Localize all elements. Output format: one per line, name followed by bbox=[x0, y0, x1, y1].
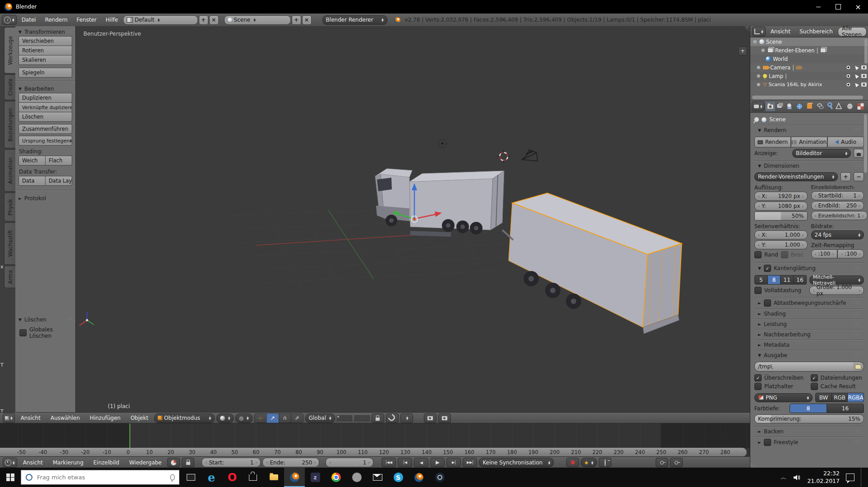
chrome-taskbar-button[interactable] bbox=[326, 468, 346, 487]
frame-start-field[interactable]: ‹ Start: 1 › bbox=[202, 458, 261, 467]
mode-selector[interactable]: Objektmodus ▲▼ bbox=[154, 413, 215, 423]
outliner-menu-ansicht[interactable]: Ansicht bbox=[767, 28, 795, 35]
speaker-icon[interactable] bbox=[793, 474, 801, 481]
cache-result-checkbox-row[interactable]: Cache Result bbox=[811, 383, 864, 390]
region-resize-grip[interactable] bbox=[750, 461, 757, 468]
insert-key-button[interactable] bbox=[656, 458, 668, 467]
ueberschreiben-checkbox-row[interactable]: ✓Überschreiben bbox=[754, 374, 808, 381]
manipulator-scale-button[interactable]: ⇗ bbox=[291, 413, 303, 423]
pin-icon[interactable] bbox=[753, 116, 760, 123]
renderability-camera-icon[interactable] bbox=[861, 83, 867, 87]
properties-tab-icons[interactable] bbox=[765, 101, 867, 111]
decrement-arrow-icon[interactable]: ‹ bbox=[329, 460, 331, 465]
jump-prev-keyframe-button[interactable]: |◀ bbox=[398, 458, 412, 467]
checkbox-checked[interactable]: ✓ bbox=[764, 265, 771, 272]
pivot-selector[interactable]: ◎ ▲▼ bbox=[235, 413, 252, 423]
render-audio-button[interactable]: Audio bbox=[827, 137, 864, 147]
tab-wachsstift[interactable]: Wachsstift bbox=[4, 222, 16, 265]
steam-taskbar-button[interactable] bbox=[429, 468, 450, 487]
end-frame-field[interactable]: ‹Endbild: 250› bbox=[811, 201, 864, 210]
color-depth-8-button[interactable]: 8 bbox=[790, 404, 827, 413]
browse-output-button[interactable] bbox=[853, 362, 864, 372]
transform-orientation-selector[interactable]: Global ▲▼ bbox=[305, 413, 335, 423]
increment-arrow-icon[interactable]: › bbox=[255, 460, 257, 465]
section-metadata[interactable]: ► Metadata ········ bbox=[754, 340, 864, 350]
skype-taskbar-button[interactable]: S bbox=[388, 468, 409, 487]
renderability-camera-icon[interactable] bbox=[861, 65, 867, 69]
properties-vertical-scrollbar[interactable] bbox=[864, 114, 867, 173]
rand-checkbox-row[interactable]: Rand bbox=[754, 251, 778, 258]
tab-animation[interactable]: Animation bbox=[4, 149, 16, 192]
play-reverse-button[interactable]: ◀ bbox=[414, 458, 428, 467]
taskbar-clock[interactable]: 22:32 21.02.2017 bbox=[807, 470, 840, 485]
section-leistung[interactable]: ► Leistung ········ bbox=[754, 319, 864, 329]
file-explorer-taskbar-button[interactable] bbox=[263, 468, 284, 487]
resolution-percentage-slider[interactable]: 50% bbox=[754, 211, 808, 221]
weich-button[interactable]: Weich bbox=[18, 156, 46, 165]
menu-auswaehlen[interactable]: Auswählen bbox=[46, 415, 84, 421]
timeline-editor[interactable]: -50-40-30-20-100102030405060708090100110… bbox=[0, 423, 750, 457]
show-seconds-button[interactable] bbox=[167, 458, 180, 467]
delete-layout-button[interactable]: × bbox=[209, 15, 219, 25]
verknuepfte-duplizieren-button[interactable]: Verknüpfte duplizieren bbox=[18, 102, 72, 112]
add-scene-button[interactable]: + bbox=[292, 15, 301, 25]
aa-samples-16-button[interactable]: 16 bbox=[794, 275, 807, 285]
snap-element-dropdown[interactable]: ▲▼ bbox=[400, 413, 413, 423]
expand-toggle-icon[interactable]: ⊕ bbox=[756, 82, 761, 87]
minimize-button[interactable] bbox=[808, 0, 828, 14]
outliner-row-camera[interactable]: ⊕ Camera | bbox=[750, 63, 868, 72]
checkbox-unchecked[interactable] bbox=[754, 251, 762, 258]
outliner-row-render-ebenen[interactable]: ⊕ Render-Ebenen | bbox=[750, 46, 868, 55]
checkbox-checked[interactable]: ✓ bbox=[811, 374, 818, 381]
store-taskbar-button[interactable] bbox=[243, 468, 263, 487]
snap-button[interactable] bbox=[386, 413, 399, 423]
timeline-menu-wiedergabe[interactable]: Wiedergabe bbox=[125, 459, 165, 466]
manipulator-axes-button[interactable] bbox=[254, 413, 267, 423]
checkbox-unchecked[interactable] bbox=[754, 287, 762, 294]
spiegeln-button[interactable]: Spiegeln bbox=[18, 68, 72, 78]
increment-arrow-icon[interactable]: › bbox=[368, 460, 370, 465]
skalieren-button[interactable]: Skalieren bbox=[18, 55, 72, 65]
resolution-x-field[interactable]: ‹X: 1920 px› bbox=[754, 192, 808, 201]
delete-scene-button[interactable]: × bbox=[302, 15, 312, 25]
aa-samples-11-button[interactable]: 11 bbox=[781, 275, 794, 285]
lock-to-scene-button[interactable] bbox=[372, 413, 384, 423]
remap-old-field[interactable]: ‹:100› bbox=[811, 249, 838, 258]
section-kantenglaettung[interactable]: ▼ ✓ Kantenglättung ········ bbox=[754, 263, 864, 274]
increment-arrow-icon[interactable]: › bbox=[314, 460, 316, 465]
channels-bw-button[interactable]: BW bbox=[815, 393, 832, 402]
menu-ansicht[interactable]: Ansicht bbox=[17, 415, 45, 421]
outliner-vertical-scrollbar[interactable] bbox=[864, 39, 868, 64]
data-layout-button[interactable]: Data Layo bbox=[46, 176, 72, 186]
section-dimensionen[interactable]: ▼ Dimensionen ········ bbox=[754, 161, 864, 171]
platzhalter-checkbox-row[interactable]: Platzhalter bbox=[754, 383, 808, 390]
shading-selector[interactable]: ▲▼ bbox=[216, 413, 234, 423]
close-button[interactable]: × bbox=[848, 0, 868, 14]
menu-hilfe[interactable]: Hilfe bbox=[101, 17, 122, 23]
3d-viewport[interactable]: Benutzer-Perspektive (1) placi + bbox=[76, 26, 750, 412]
checkbox-unchecked[interactable] bbox=[811, 383, 818, 390]
checkbox-checked[interactable]: ✓ bbox=[754, 374, 762, 381]
verschieben-button[interactable]: Verschieben bbox=[18, 36, 72, 46]
start-frame-field[interactable]: ‹Startbild: 1› bbox=[811, 191, 864, 200]
aa-samples-8-button[interactable]: 8 bbox=[768, 275, 781, 285]
app-taskbar-button-gray[interactable] bbox=[346, 468, 367, 487]
render-button[interactable]: Rendern bbox=[754, 137, 791, 147]
selectability-cursor-icon[interactable] bbox=[854, 82, 859, 87]
render-preset-selector[interactable]: Render-Voreinstellungen ▲▼ bbox=[754, 172, 838, 181]
outliner-row-scania-mesh[interactable]: ⊕ ▽ Scania 164L by Akirix bbox=[750, 80, 868, 89]
frame-step-field[interactable]: ‹Einzelbildschri: 1› bbox=[811, 211, 868, 220]
section-shading[interactable]: ► Shading ········ bbox=[754, 309, 864, 319]
outliner-row-lamp[interactable]: ⊕ Lamp | bbox=[750, 72, 868, 80]
checkbox-unchecked[interactable] bbox=[764, 299, 771, 307]
display-mode-selector[interactable]: Bildeditor ▲▼ bbox=[792, 149, 851, 158]
outliner-row-world[interactable]: World bbox=[750, 55, 868, 63]
aa-samples-5-button[interactable]: 5 bbox=[754, 275, 768, 285]
outliner-menu-suchbereich[interactable]: Suchbereich bbox=[795, 28, 837, 35]
loeschen-button[interactable]: Löschen bbox=[18, 112, 72, 122]
search-input[interactable] bbox=[36, 473, 167, 481]
show-desktop-button[interactable] bbox=[861, 468, 864, 487]
insert-keyframe-button[interactable] bbox=[599, 458, 611, 467]
duplizieren-button[interactable]: Duplizieren bbox=[18, 93, 72, 103]
sync-mode-selector[interactable]: Keine Synchronisation ▲▼ bbox=[479, 458, 554, 467]
